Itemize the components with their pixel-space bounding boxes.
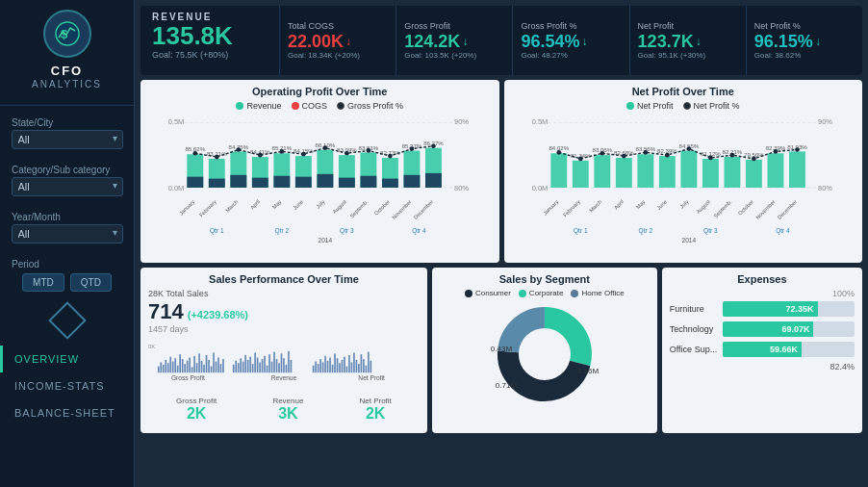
operating-profit-svg: 0.5M 0.0M 90% 80% [148, 114, 492, 244]
svg-rect-200 [339, 363, 341, 372]
svg-text:Qtr 2: Qtr 2 [638, 227, 652, 235]
svg-text:Qtr 4: Qtr 4 [412, 227, 426, 235]
svg-rect-34 [230, 175, 246, 188]
office-label: Office Sup... [670, 345, 723, 354]
svg-rect-38 [317, 174, 333, 188]
svg-point-52 [367, 148, 371, 153]
svg-rect-138 [163, 365, 165, 372]
svg-rect-42 [403, 175, 420, 188]
svg-rect-178 [267, 366, 268, 372]
svg-text:1.16M: 1.16M [577, 367, 600, 375]
svg-text:0.0M: 0.0M [531, 184, 548, 192]
svg-rect-180 [271, 362, 273, 373]
svg-point-47 [258, 153, 263, 158]
svg-text:July: July [315, 198, 325, 209]
svg-rect-137 [160, 362, 162, 372]
sales-segment-title: Sales by Segment [440, 273, 650, 285]
period-label: Period [0, 259, 39, 269]
svg-rect-35 [252, 178, 268, 188]
sales-performance-title: Sales Performance Over Time [148, 273, 420, 285]
sidebar-item-balance-sheet[interactable]: BALANCE-SHEET [0, 399, 134, 426]
svg-rect-187 [288, 351, 290, 372]
svg-rect-203 [346, 367, 348, 373]
svg-text:May: May [271, 198, 283, 210]
svg-rect-87 [724, 157, 740, 188]
svg-rect-160 [216, 362, 217, 373]
state-select[interactable]: All [12, 130, 123, 149]
revenue-goal: Goal: 75.5K (+80%) [152, 50, 268, 60]
svg-rect-171 [249, 357, 251, 373]
svg-text:November: November [391, 198, 413, 220]
sales-total-value: 714 [148, 299, 184, 324]
category-select[interactable]: All [12, 177, 123, 196]
expenses-footer-pct: 82.4% [670, 362, 855, 372]
svg-text:Net Profit: Net Profit [358, 374, 385, 381]
svg-rect-148 [187, 361, 189, 372]
net-profit-chart: Net Profit Over Time Net Profit Net Prof… [504, 80, 863, 263]
svg-rect-145 [179, 354, 181, 372]
svg-rect-190 [315, 362, 317, 373]
total-cogs-goal: Goal: 18.34K (+20%) [288, 51, 388, 60]
svg-rect-142 [172, 362, 174, 373]
svg-rect-192 [319, 359, 321, 372]
svg-text:May: May [634, 198, 646, 210]
revenue-value: 135.8K [152, 22, 268, 50]
gross-profit-pct-goal: Goal: 48.27% [521, 51, 621, 60]
sidebar-item-overview[interactable]: OVERVIEW [0, 346, 134, 372]
svg-rect-183 [278, 363, 280, 372]
svg-rect-198 [334, 353, 336, 372]
svg-point-113 [773, 149, 778, 154]
office-expense-row: Office Sup... 59.66K [670, 342, 855, 357]
svg-rect-84 [658, 156, 675, 188]
net-profit-pct-label: Net Profit % [754, 21, 855, 31]
diamond-icon [48, 301, 87, 340]
svg-text:November: November [754, 198, 777, 220]
svg-point-51 [345, 151, 349, 156]
svg-text:0.0M: 0.0M [168, 184, 185, 192]
svg-point-107 [643, 150, 648, 155]
svg-rect-179 [268, 354, 270, 372]
svg-point-105 [600, 151, 604, 156]
svg-point-114 [795, 147, 800, 152]
logo: $ [43, 10, 91, 58]
svg-text:March: March [224, 198, 239, 213]
svg-text:December: December [413, 198, 435, 220]
svg-rect-206 [353, 352, 355, 372]
year-select[interactable]: All [12, 224, 123, 244]
svg-rect-168 [243, 362, 244, 373]
furniture-bar-bg: 72.35K [723, 301, 855, 317]
svg-rect-202 [344, 357, 345, 373]
svg-point-104 [577, 157, 582, 162]
sidebar-nav: OVERVIEW INCOME-STATS BALANCE-SHEET [0, 346, 134, 426]
total-cogs-value: 22.00K ↓ [288, 33, 388, 52]
svg-rect-162 [220, 364, 222, 372]
svg-rect-140 [167, 363, 169, 372]
svg-rect-164 [233, 365, 235, 372]
svg-text:October: October [736, 198, 753, 216]
svg-rect-188 [291, 360, 293, 372]
svg-text:January: January [542, 198, 559, 216]
svg-rect-201 [342, 360, 344, 372]
svg-point-111 [729, 153, 734, 158]
mtd-button[interactable]: MTD [22, 273, 64, 292]
svg-text:0K: 0K [148, 344, 155, 349]
svg-rect-181 [273, 352, 275, 373]
svg-text:March: March [588, 198, 602, 213]
furniture-expense-row: Furniture 72.35K [670, 301, 855, 317]
svg-rect-143 [174, 358, 176, 372]
svg-rect-194 [324, 356, 326, 372]
svg-rect-149 [189, 357, 191, 372]
svg-rect-40 [360, 176, 376, 188]
net-profit-legend: Net Profit Net Profit % [512, 101, 855, 111]
svg-point-50 [323, 145, 328, 150]
svg-rect-184 [281, 353, 283, 372]
sidebar-item-income-stats[interactable]: INCOME-STATS [0, 372, 134, 399]
svg-rect-81 [594, 155, 610, 188]
svg-rect-139 [165, 360, 166, 372]
svg-point-46 [236, 147, 241, 152]
qtd-button[interactable]: QTD [70, 273, 112, 292]
net-profit-kpi: Net Profit 123.7K ↓ Goal: 95.1K (+30%) [630, 6, 747, 75]
period-buttons: MTD QTD [22, 273, 112, 292]
expenses-max-label: 100% [670, 289, 855, 298]
svg-point-48 [280, 149, 285, 154]
